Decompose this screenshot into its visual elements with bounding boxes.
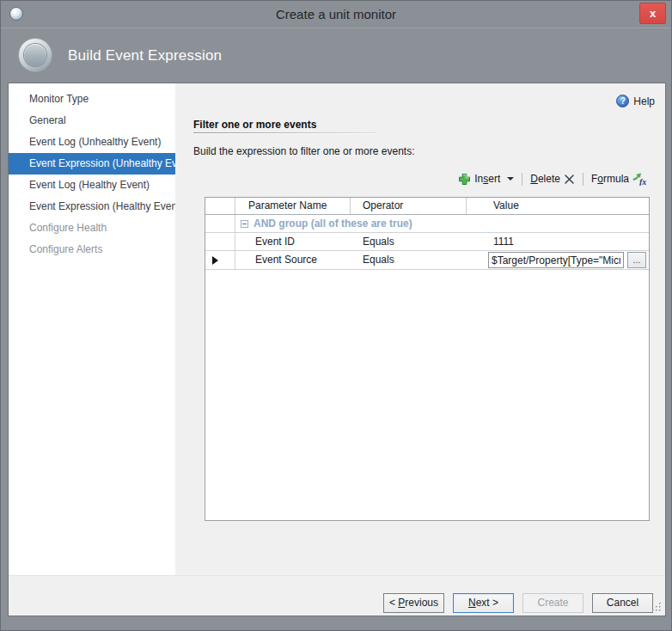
section-title: Filter one or more events bbox=[193, 119, 316, 131]
previous-button[interactable]: < Previous bbox=[383, 593, 444, 613]
toolbar-separator bbox=[583, 173, 583, 186]
table-row[interactable]: Event Source Equals ... bbox=[205, 251, 649, 270]
formula-label: Formula bbox=[591, 173, 629, 185]
section-divider bbox=[193, 132, 376, 133]
row-header-cell bbox=[205, 233, 235, 250]
toolbar-separator bbox=[522, 173, 522, 186]
sidebar-item-event-log-healthy-event[interactable]: Event Log (Healthy Event) bbox=[9, 175, 175, 196]
table-row[interactable]: Event ID Equals 1111 bbox=[205, 233, 649, 251]
client-area: Monitor TypeGeneralEvent Log (Unhealthy … bbox=[8, 83, 666, 616]
value-text: 1111 bbox=[467, 233, 649, 250]
plus-icon bbox=[458, 173, 471, 186]
parameter-cell[interactable]: Event ID bbox=[235, 233, 351, 250]
close-button[interactable]: x bbox=[639, 3, 666, 24]
column-header-value: Value bbox=[467, 198, 649, 214]
value-cell[interactable]: ... bbox=[467, 251, 649, 269]
sidebar-item-general[interactable]: General bbox=[9, 110, 175, 132]
wizard-step-icon-inner bbox=[24, 44, 46, 66]
parameter-cell[interactable]: Event Source bbox=[235, 251, 351, 269]
insert-dropdown-arrow[interactable] bbox=[507, 177, 514, 181]
operator-cell[interactable]: Equals bbox=[351, 251, 467, 269]
window-title: Create a unit monitor bbox=[1, 1, 671, 28]
wizard-banner: Build Event Expression bbox=[1, 28, 671, 83]
content-pane: ? Help Filter one or more events Build t… bbox=[175, 83, 665, 575]
insert-button[interactable]: Insert bbox=[456, 172, 516, 187]
value-cell[interactable]: 1111 bbox=[467, 233, 649, 250]
and-group-label: AND group (all of these are true) bbox=[254, 217, 412, 230]
expression-toolbar: Insert Delete Formula fx bbox=[456, 170, 651, 187]
page-title: Build Event Expression bbox=[68, 28, 222, 83]
svg-text:fx: fx bbox=[639, 177, 646, 186]
footer-buttons: < Previous Next > Create Cancel bbox=[383, 593, 653, 613]
sidebar-item-event-expression-healthy-event[interactable]: Event Expression (Healthy Event) bbox=[9, 196, 175, 217]
current-row-marker-icon bbox=[212, 256, 218, 265]
next-button[interactable]: Next > bbox=[453, 593, 514, 613]
ellipsis-button[interactable]: ... bbox=[627, 252, 646, 268]
insert-label: Insert bbox=[474, 173, 500, 185]
wizard-step-icon bbox=[18, 38, 52, 72]
sidebar-nav: Monitor TypeGeneralEvent Log (Unhealthy … bbox=[9, 83, 175, 575]
resize-grip[interactable] bbox=[651, 602, 663, 613]
help-icon: ? bbox=[616, 95, 629, 107]
title-bar[interactable]: Create a unit monitor x bbox=[1, 1, 671, 28]
sidebar-item-configure-health: Configure Health bbox=[9, 217, 175, 239]
formula-fx-icon: fx bbox=[632, 173, 649, 186]
column-header-parameter-name: Parameter Name bbox=[235, 198, 351, 214]
delete-label: Delete bbox=[530, 173, 560, 185]
column-header-operator: Operator bbox=[351, 198, 467, 214]
collapse-minus-icon[interactable] bbox=[241, 220, 248, 228]
create-button: Create bbox=[522, 593, 583, 613]
row-header-cell bbox=[205, 215, 235, 232]
sidebar-item-event-expression-unhealthy-event[interactable]: Event Expression (Unhealthy Event) bbox=[9, 153, 175, 175]
value-input[interactable] bbox=[488, 252, 624, 268]
and-group-cell: AND group (all of these are true) bbox=[235, 215, 649, 232]
grid-header-row: Parameter Name Operator Value bbox=[205, 198, 649, 215]
sidebar-item-event-log-unhealthy-event[interactable]: Event Log (Unhealthy Event) bbox=[9, 132, 175, 153]
grid-corner-cell bbox=[205, 198, 235, 214]
row-header-cell bbox=[205, 251, 235, 269]
and-group-row: AND group (all of these are true) bbox=[205, 215, 649, 233]
create-unit-monitor-dialog: Create a unit monitor x Build Event Expr… bbox=[0, 0, 672, 631]
sidebar-item-configure-alerts: Configure Alerts bbox=[9, 239, 175, 260]
expression-grid: Parameter Name Operator Value AND group … bbox=[205, 197, 650, 521]
description-text: Build the expression to filter one or mo… bbox=[193, 145, 414, 157]
cancel-button[interactable]: Cancel bbox=[592, 593, 653, 613]
delete-x-icon bbox=[564, 174, 575, 185]
help-label: Help bbox=[633, 95, 655, 107]
help-link[interactable]: ? Help bbox=[616, 95, 655, 107]
operator-cell[interactable]: Equals bbox=[351, 233, 467, 250]
formula-button[interactable]: Formula fx bbox=[590, 172, 651, 187]
sidebar-item-monitor-type[interactable]: Monitor Type bbox=[9, 89, 175, 110]
delete-button[interactable]: Delete bbox=[528, 172, 577, 186]
footer-bar: < Previous Next > Create Cancel bbox=[9, 575, 665, 616]
